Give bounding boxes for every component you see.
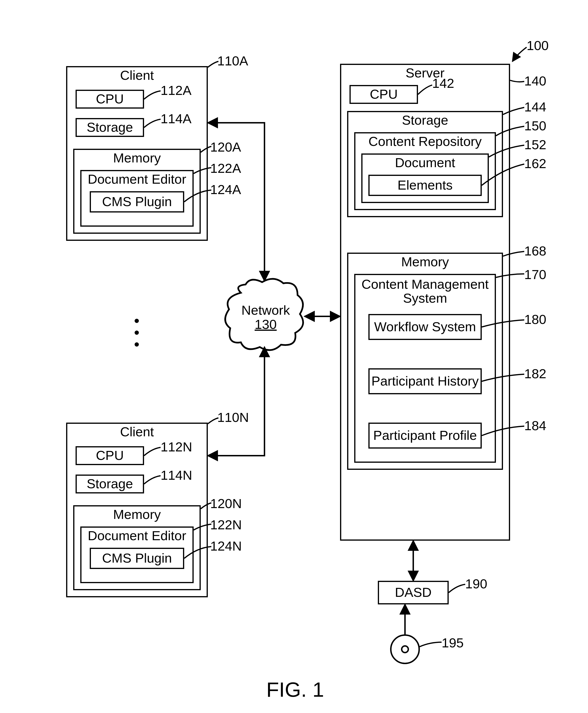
connectors bbox=[0, 0, 588, 713]
